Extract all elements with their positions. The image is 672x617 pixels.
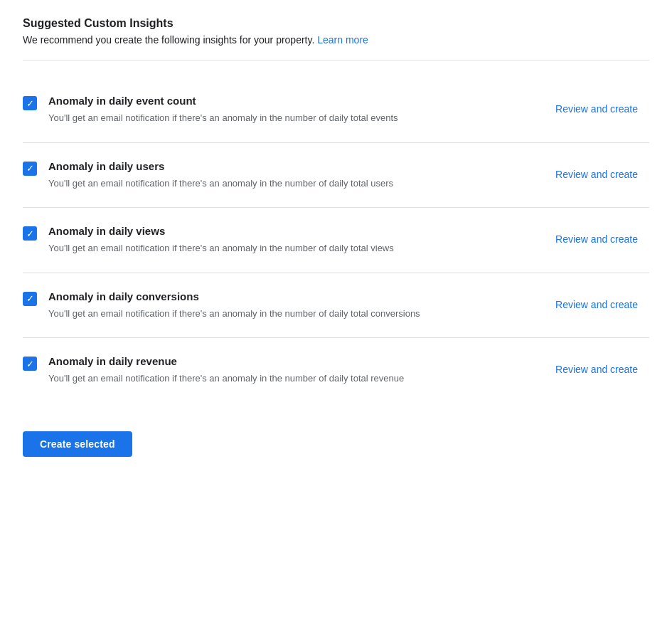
insight-content: Anomaly in daily users You'll get an ema… — [48, 160, 544, 191]
insight-description: You'll get an email notification if ther… — [48, 371, 518, 386]
insight-description: You'll get an email notification if ther… — [48, 307, 518, 321]
review-create-button-daily-users[interactable]: Review and create — [544, 162, 649, 188]
insight-title: Anomaly in daily conversions — [48, 290, 544, 302]
checkbox-container: ✓ — [23, 162, 37, 176]
insight-content: Anomaly in daily revenue You'll get an e… — [48, 355, 544, 386]
insight-item-daily-revenue: ✓ Anomaly in daily revenue You'll get an… — [23, 338, 649, 403]
subtitle-text: We recommend you create the following in… — [23, 34, 314, 46]
checkbox-container: ✓ — [23, 226, 37, 241]
insight-item-daily-conversions: ✓ Anomaly in daily conversions You'll ge… — [23, 273, 649, 339]
insight-title: Anomaly in daily event count — [48, 95, 544, 107]
insight-checkbox-daily-event-count[interactable]: ✓ — [23, 96, 37, 110]
insight-content: Anomaly in daily views You'll get an ema… — [48, 225, 544, 255]
insight-checkbox-daily-conversions[interactable]: ✓ — [23, 292, 37, 306]
insights-list: ✓ Anomaly in daily event count You'll ge… — [23, 78, 649, 403]
insight-item-daily-event-count: ✓ Anomaly in daily event count You'll ge… — [23, 78, 649, 143]
insight-content: Anomaly in daily event count You'll get … — [48, 95, 544, 125]
checkmark-icon: ✓ — [26, 164, 34, 173]
review-create-button-daily-revenue[interactable]: Review and create — [544, 357, 649, 383]
create-selected-button[interactable]: Create selected — [23, 431, 132, 457]
page-subtitle: We recommend you create the following in… — [23, 34, 649, 46]
insight-checkbox-daily-views[interactable]: ✓ — [23, 226, 37, 241]
review-create-button-daily-event-count[interactable]: Review and create — [544, 97, 649, 122]
insight-content: Anomaly in daily conversions You'll get … — [48, 290, 544, 321]
insight-left: ✓ Anomaly in daily event count You'll ge… — [23, 95, 544, 125]
section-divider — [23, 60, 649, 60]
insight-checkbox-daily-users[interactable]: ✓ — [23, 162, 37, 176]
page-container: Suggested Custom Insights We recommend y… — [0, 0, 672, 485]
insight-item-daily-views: ✓ Anomaly in daily views You'll get an e… — [23, 208, 649, 273]
insight-left: ✓ Anomaly in daily users You'll get an e… — [23, 160, 544, 191]
footer: Create selected — [23, 426, 649, 457]
insight-description: You'll get an email notification if ther… — [48, 241, 518, 255]
insight-description: You'll get an email notification if ther… — [48, 176, 518, 191]
insight-title: Anomaly in daily revenue — [48, 355, 544, 367]
insight-item-daily-users: ✓ Anomaly in daily users You'll get an e… — [23, 143, 649, 209]
insight-description: You'll get an email notification if ther… — [48, 111, 518, 125]
checkbox-container: ✓ — [23, 357, 37, 371]
review-create-button-daily-views[interactable]: Review and create — [544, 227, 649, 253]
insight-title: Anomaly in daily views — [48, 225, 544, 237]
insight-left: ✓ Anomaly in daily views You'll get an e… — [23, 225, 544, 255]
insight-checkbox-daily-revenue[interactable]: ✓ — [23, 357, 37, 371]
checkmark-icon: ✓ — [26, 99, 34, 108]
insight-title: Anomaly in daily users — [48, 160, 544, 172]
checkbox-container: ✓ — [23, 96, 37, 110]
page-title: Suggested Custom Insights — [23, 17, 649, 30]
checkbox-container: ✓ — [23, 292, 37, 306]
review-create-button-daily-conversions[interactable]: Review and create — [544, 292, 649, 318]
checkmark-icon: ✓ — [26, 229, 34, 238]
insight-left: ✓ Anomaly in daily conversions You'll ge… — [23, 290, 544, 321]
checkmark-icon: ✓ — [26, 294, 34, 303]
learn-more-link[interactable]: Learn more — [317, 34, 368, 46]
insight-left: ✓ Anomaly in daily revenue You'll get an… — [23, 355, 544, 386]
checkmark-icon: ✓ — [26, 359, 34, 369]
